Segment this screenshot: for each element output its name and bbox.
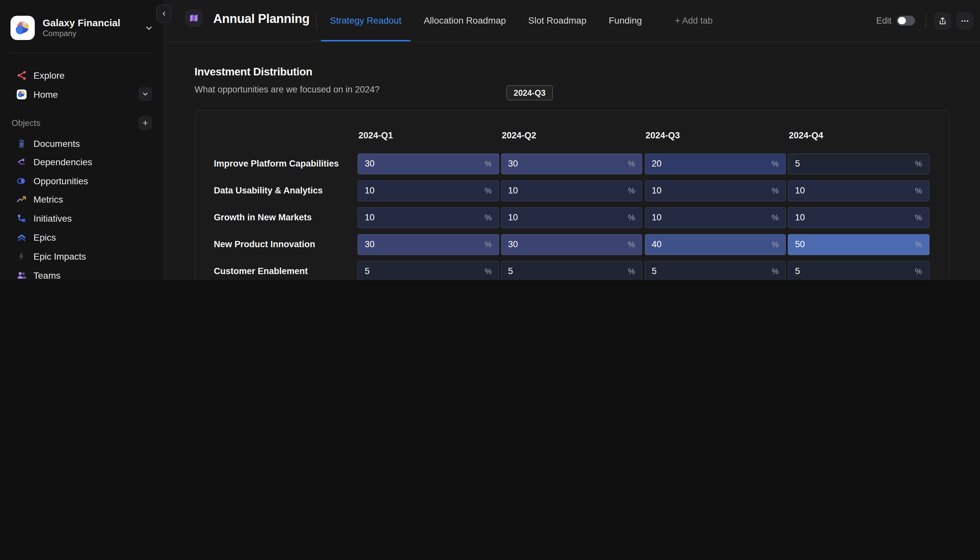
allocation-cell[interactable]: 10% bbox=[501, 207, 642, 228]
sidebar-item-explore[interactable]: Explore bbox=[0, 66, 164, 85]
cell-unit: % bbox=[772, 213, 778, 222]
objects-section-header: Objects bbox=[12, 116, 152, 130]
org-switcher[interactable]: Galaxy Financial Company bbox=[10, 13, 153, 43]
ellipsis-icon bbox=[960, 16, 970, 25]
section-subtitle: What opportunities are we focused on in … bbox=[195, 85, 380, 95]
allocation-cell[interactable]: 10% bbox=[645, 207, 786, 228]
map-icon bbox=[189, 13, 199, 23]
column-header: 2024-Q4 bbox=[789, 130, 823, 140]
divider bbox=[10, 52, 152, 53]
cell-value: 30 bbox=[365, 240, 375, 250]
cell-unit: % bbox=[915, 213, 922, 222]
cell-value: 10 bbox=[365, 213, 375, 223]
cell-value: 5 bbox=[508, 267, 513, 277]
dependencies-icon bbox=[17, 157, 27, 167]
sidebar-collapse-button[interactable] bbox=[156, 5, 171, 23]
cell-unit: % bbox=[915, 186, 922, 195]
allocation-cell[interactable]: 5% bbox=[788, 153, 929, 174]
edit-toggle[interactable] bbox=[897, 16, 915, 26]
home-expand-button[interactable] bbox=[138, 87, 152, 101]
sidebar-item-epics[interactable]: Epics bbox=[0, 228, 164, 246]
allocation-cell[interactable]: 5% bbox=[645, 261, 786, 280]
allocation-cell[interactable]: 5% bbox=[501, 261, 642, 280]
allocation-cell[interactable]: 10% bbox=[501, 180, 642, 201]
allocation-cell[interactable]: 50% bbox=[788, 234, 929, 255]
sidebar-item-teams[interactable]: Teams bbox=[0, 266, 164, 280]
allocation-cell[interactable]: 10% bbox=[645, 180, 786, 201]
cell-value: 40 bbox=[652, 240, 662, 250]
toggle-knob bbox=[898, 17, 905, 25]
cell-unit: % bbox=[628, 186, 635, 195]
sidebar-item-label: Documents bbox=[33, 138, 80, 148]
table-row: Data Usability & Analytics10%10%10%10% bbox=[195, 180, 949, 201]
cell-value: 5 bbox=[795, 159, 800, 169]
section-title: Investment Distribution bbox=[195, 65, 312, 78]
cell-unit: % bbox=[915, 240, 922, 249]
sidebar-item-label: Epics bbox=[33, 232, 56, 242]
cell-unit: % bbox=[628, 240, 635, 249]
table-row: New Product Innovation30%30%40%50% bbox=[195, 234, 949, 255]
more-options-button[interactable] bbox=[957, 12, 973, 29]
cell-value: 50 bbox=[795, 240, 805, 250]
tab-allocation-roadmap[interactable]: Allocation Roadmap bbox=[424, 0, 506, 41]
row-label: New Product Innovation bbox=[214, 234, 352, 255]
divider bbox=[316, 12, 317, 30]
share-button[interactable] bbox=[934, 12, 951, 29]
allocation-cell[interactable]: 30% bbox=[357, 153, 499, 174]
cell-value: 5 bbox=[795, 267, 800, 277]
cell-unit: % bbox=[485, 159, 492, 168]
row-label: Data Usability & Analytics bbox=[214, 180, 352, 201]
quarter-chip[interactable]: 2024-Q3 bbox=[507, 85, 553, 100]
doc-icon-tile bbox=[185, 9, 203, 27]
allocation-cell[interactable]: 5% bbox=[357, 261, 499, 280]
tab-slot-roadmap[interactable]: Slot Roadmap bbox=[528, 0, 587, 41]
sidebar-item-initiatives[interactable]: Initiatives bbox=[0, 209, 164, 227]
chevron-down-icon bbox=[144, 23, 153, 32]
metrics-icon bbox=[17, 194, 27, 205]
tab-strategy-readout[interactable]: Strategy Readout bbox=[330, 0, 402, 41]
allocation-cell[interactable]: 30% bbox=[357, 234, 499, 255]
sidebar: Galaxy Financial Company Explore bbox=[0, 0, 165, 280]
sidebar-item-label: Home bbox=[33, 89, 58, 99]
cell-value: 30 bbox=[508, 240, 518, 250]
table-row: Growth in New Markets10%10%10%10% bbox=[195, 207, 949, 228]
cell-unit: % bbox=[772, 240, 778, 249]
cell-value: 5 bbox=[652, 267, 657, 277]
cell-value: 20 bbox=[652, 159, 662, 169]
add-tab-button[interactable]: + Add tab bbox=[675, 0, 713, 41]
sidebar-item-opportunities[interactable]: Opportunities bbox=[0, 172, 164, 190]
allocation-cell[interactable]: 20% bbox=[645, 153, 786, 174]
column-header: 2024-Q3 bbox=[645, 130, 680, 140]
cell-value: 10 bbox=[652, 213, 662, 223]
allocation-cell[interactable]: 10% bbox=[357, 207, 499, 228]
sidebar-item-metrics[interactable]: Metrics bbox=[0, 190, 164, 208]
allocation-cell[interactable]: 5% bbox=[788, 261, 929, 280]
tab-funding[interactable]: Funding bbox=[609, 0, 642, 41]
tabs: Strategy ReadoutAllocation RoadmapSlot R… bbox=[330, 0, 642, 41]
home-workspace-icon bbox=[17, 89, 27, 99]
sidebar-item-label: Initiatives bbox=[33, 213, 72, 223]
add-object-button[interactable] bbox=[138, 116, 152, 130]
sidebar-item-dependencies[interactable]: Dependencies bbox=[0, 153, 164, 171]
allocation-cell[interactable]: 30% bbox=[501, 153, 642, 174]
cell-value: 10 bbox=[795, 186, 805, 196]
cell-unit: % bbox=[915, 267, 922, 276]
row-label: Improve Platform Capabilities bbox=[214, 153, 352, 174]
app-window: Galaxy Financial Company Explore bbox=[0, 0, 980, 280]
table-row: Improve Platform Capabilities30%30%20%5% bbox=[195, 153, 949, 174]
cell-unit: % bbox=[628, 213, 635, 222]
company-logo-icon bbox=[10, 16, 35, 40]
sidebar-item-documents[interactable]: Documents bbox=[0, 134, 164, 152]
allocation-table-card: 2024-Q1 2024-Q2 2024-Q3 2024-Q4 Improve … bbox=[195, 110, 950, 280]
allocation-cell[interactable]: 10% bbox=[357, 180, 499, 201]
allocation-cell[interactable]: 40% bbox=[645, 234, 786, 255]
allocation-cell[interactable]: 10% bbox=[788, 180, 929, 201]
sidebar-item-epic-impacts[interactable]: Epic Impacts bbox=[0, 247, 164, 265]
page-title: Annual Planning bbox=[213, 12, 310, 26]
cell-unit: % bbox=[485, 186, 492, 195]
section-label: Objects bbox=[12, 118, 138, 128]
allocation-cell[interactable]: 10% bbox=[788, 207, 929, 228]
sidebar-item-home[interactable]: Home bbox=[0, 85, 164, 103]
allocation-cell[interactable]: 30% bbox=[501, 234, 642, 255]
cell-unit: % bbox=[628, 159, 635, 168]
